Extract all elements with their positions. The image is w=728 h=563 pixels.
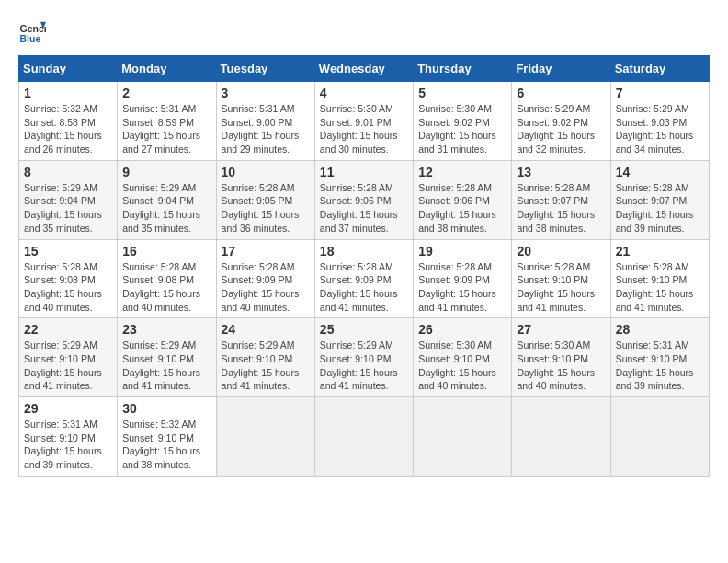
calendar-day-cell: 7 Sunrise: 5:29 AM Sunset: 9:03 PM Dayli…: [610, 82, 709, 161]
daylight-hours: Daylight: 15 hours and 39 minutes.: [616, 366, 704, 393]
day-info: Sunrise: 5:29 AM Sunset: 9:03 PM Dayligh…: [616, 102, 704, 156]
sunrise-time: Sunrise: 5:28 AM: [24, 260, 112, 274]
sunrise-time: Sunrise: 5:29 AM: [616, 102, 704, 116]
sunrise-time: Sunrise: 5:31 AM: [616, 339, 704, 352]
sunset-time: Sunset: 9:07 PM: [517, 194, 605, 208]
sunset-time: Sunset: 9:01 PM: [320, 116, 408, 130]
daylight-hours: Daylight: 15 hours and 38 minutes.: [418, 208, 506, 235]
day-number: 20: [517, 244, 605, 259]
day-info: Sunrise: 5:31 AM Sunset: 9:00 PM Dayligh…: [222, 102, 310, 156]
day-number: 10: [222, 165, 310, 179]
sunset-time: Sunset: 9:04 PM: [122, 194, 210, 208]
sunrise-time: Sunrise: 5:31 AM: [222, 102, 310, 116]
sunrise-time: Sunrise: 5:31 AM: [122, 102, 210, 116]
sunset-time: Sunset: 9:09 PM: [320, 273, 408, 287]
day-info: Sunrise: 5:28 AM Sunset: 9:08 PM Dayligh…: [24, 260, 112, 315]
day-info: Sunrise: 5:29 AM Sunset: 9:10 PM Dayligh…: [122, 339, 210, 393]
calendar-day-cell: 13 Sunrise: 5:28 AM Sunset: 9:07 PM Dayl…: [512, 160, 610, 239]
daylight-hours: Daylight: 15 hours and 39 minutes.: [24, 444, 112, 471]
sunrise-time: Sunrise: 5:29 AM: [24, 339, 112, 352]
day-info: Sunrise: 5:30 AM Sunset: 9:10 PM Dayligh…: [418, 339, 506, 393]
day-info: Sunrise: 5:29 AM Sunset: 9:02 PM Dayligh…: [517, 102, 605, 156]
day-number: 27: [517, 322, 605, 337]
calendar-day-cell: 4 Sunrise: 5:30 AM Sunset: 9:01 PM Dayli…: [314, 82, 413, 161]
calendar-day-cell: 12 Sunrise: 5:28 AM Sunset: 9:06 PM Dayl…: [414, 160, 512, 239]
sunset-time: Sunset: 9:10 PM: [24, 431, 112, 445]
day-info: Sunrise: 5:28 AM Sunset: 9:08 PM Dayligh…: [122, 260, 210, 315]
daylight-hours: Daylight: 15 hours and 34 minutes.: [616, 129, 704, 155]
sunrise-time: Sunrise: 5:29 AM: [320, 339, 408, 352]
calendar-day-cell: 9 Sunrise: 5:29 AM Sunset: 9:04 PM Dayli…: [118, 160, 216, 239]
sunset-time: Sunset: 9:10 PM: [616, 352, 704, 366]
day-number: 26: [418, 322, 506, 337]
calendar-week-row: 15 Sunrise: 5:28 AM Sunset: 9:08 PM Dayl…: [19, 239, 710, 318]
day-number: 25: [320, 322, 408, 337]
daylight-hours: Daylight: 15 hours and 41 minutes.: [418, 287, 506, 314]
sunset-time: Sunset: 9:07 PM: [616, 194, 704, 208]
calendar-week-row: 29 Sunrise: 5:31 AM Sunset: 9:10 PM Dayl…: [19, 397, 710, 477]
sunrise-time: Sunrise: 5:32 AM: [122, 418, 210, 431]
calendar-week-row: 8 Sunrise: 5:29 AM Sunset: 9:04 PM Dayli…: [19, 160, 710, 239]
day-info: Sunrise: 5:30 AM Sunset: 9:01 PM Dayligh…: [320, 102, 408, 156]
day-info: Sunrise: 5:28 AM Sunset: 9:06 PM Dayligh…: [418, 181, 506, 236]
day-number: 7: [616, 86, 704, 100]
sunrise-time: Sunrise: 5:29 AM: [24, 181, 112, 195]
day-info: Sunrise: 5:29 AM Sunset: 9:04 PM Dayligh…: [24, 181, 112, 236]
calendar-table: Sunday Monday Tuesday Wednesday Thursday…: [18, 55, 710, 477]
calendar-week-row: 22 Sunrise: 5:29 AM Sunset: 9:10 PM Dayl…: [19, 318, 710, 397]
header-friday: Friday: [512, 56, 610, 82]
daylight-hours: Daylight: 15 hours and 39 minutes.: [616, 208, 704, 235]
day-number: 17: [222, 244, 310, 259]
sunrise-time: Sunrise: 5:29 AM: [517, 102, 605, 116]
daylight-hours: Daylight: 15 hours and 41 minutes.: [222, 366, 310, 393]
sunrise-time: Sunrise: 5:29 AM: [122, 339, 210, 352]
sunrise-time: Sunrise: 5:30 AM: [418, 339, 506, 352]
day-number: 8: [24, 165, 112, 179]
daylight-hours: Daylight: 15 hours and 38 minutes.: [122, 444, 210, 471]
calendar-day-cell: 27 Sunrise: 5:30 AM Sunset: 9:10 PM Dayl…: [512, 318, 610, 397]
day-number: 24: [222, 322, 310, 337]
day-info: Sunrise: 5:28 AM Sunset: 9:09 PM Dayligh…: [320, 260, 408, 315]
day-info: Sunrise: 5:32 AM Sunset: 9:10 PM Dayligh…: [122, 418, 210, 472]
day-info: Sunrise: 5:31 AM Sunset: 8:59 PM Dayligh…: [122, 102, 210, 156]
sunrise-time: Sunrise: 5:28 AM: [418, 181, 506, 195]
sunrise-time: Sunrise: 5:29 AM: [222, 339, 310, 352]
calendar-day-cell: 25 Sunrise: 5:29 AM Sunset: 9:10 PM Dayl…: [314, 318, 413, 397]
day-info: Sunrise: 5:28 AM Sunset: 9:05 PM Dayligh…: [222, 181, 310, 236]
day-number: 9: [122, 165, 210, 179]
sunrise-time: Sunrise: 5:28 AM: [222, 260, 310, 274]
day-info: Sunrise: 5:31 AM Sunset: 9:10 PM Dayligh…: [616, 339, 704, 393]
day-number: 19: [418, 244, 506, 259]
calendar-day-cell: 26 Sunrise: 5:30 AM Sunset: 9:10 PM Dayl…: [414, 318, 512, 397]
daylight-hours: Daylight: 15 hours and 29 minutes.: [222, 129, 310, 155]
sunset-time: Sunset: 9:10 PM: [517, 352, 605, 366]
header-saturday: Saturday: [610, 56, 709, 82]
day-number: 11: [320, 165, 408, 179]
sunrise-time: Sunrise: 5:28 AM: [122, 260, 210, 274]
svg-text:Blue: Blue: [20, 33, 41, 44]
day-info: Sunrise: 5:29 AM Sunset: 9:04 PM Dayligh…: [122, 181, 210, 236]
calendar-day-cell: 18 Sunrise: 5:28 AM Sunset: 9:09 PM Dayl…: [314, 239, 413, 318]
calendar-day-cell: 29 Sunrise: 5:31 AM Sunset: 9:10 PM Dayl…: [19, 397, 118, 477]
daylight-hours: Daylight: 15 hours and 41 minutes.: [24, 366, 112, 393]
daylight-hours: Daylight: 15 hours and 40 minutes.: [418, 366, 506, 393]
sunset-time: Sunset: 9:10 PM: [517, 273, 605, 287]
daylight-hours: Daylight: 15 hours and 27 minutes.: [122, 129, 210, 155]
sunrise-time: Sunrise: 5:28 AM: [616, 181, 704, 195]
sunset-time: Sunset: 9:08 PM: [24, 273, 112, 287]
sunrise-time: Sunrise: 5:28 AM: [418, 260, 506, 274]
day-number: 14: [616, 165, 704, 179]
day-number: 23: [122, 322, 210, 337]
day-number: 16: [122, 244, 210, 259]
daylight-hours: Daylight: 15 hours and 40 minutes.: [222, 287, 310, 314]
calendar-day-cell: 28 Sunrise: 5:31 AM Sunset: 9:10 PM Dayl…: [610, 318, 709, 397]
day-info: Sunrise: 5:28 AM Sunset: 9:09 PM Dayligh…: [418, 260, 506, 315]
calendar-day-cell: 15 Sunrise: 5:28 AM Sunset: 9:08 PM Dayl…: [19, 239, 118, 318]
sunrise-time: Sunrise: 5:30 AM: [517, 339, 605, 352]
sunset-time: Sunset: 8:58 PM: [24, 116, 112, 130]
day-number: 13: [517, 165, 605, 179]
sunset-time: Sunset: 9:10 PM: [24, 352, 112, 366]
logo: General Blue: [18, 18, 51, 46]
sunset-time: Sunset: 9:05 PM: [222, 194, 310, 208]
day-number: 2: [122, 86, 210, 100]
